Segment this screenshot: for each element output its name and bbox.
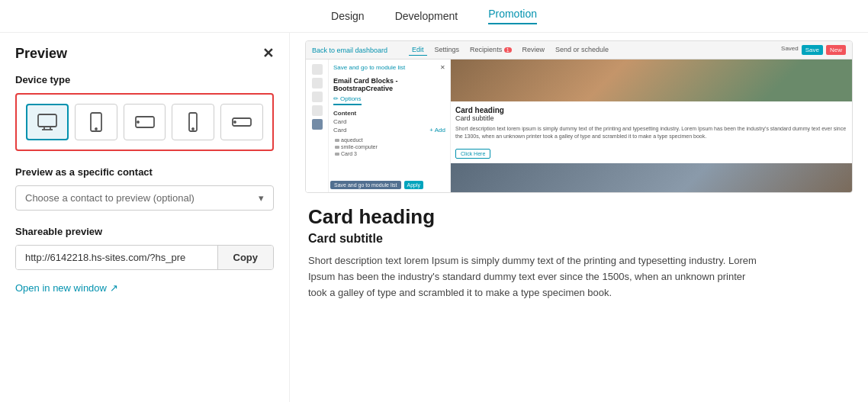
mini-card-item-2: smile-computer <box>333 143 445 150</box>
mini-sidebar-icon-3 <box>312 92 323 102</box>
mini-panel-close[interactable]: ✕ <box>440 64 445 71</box>
mini-preview-heading: Card heading <box>455 106 847 114</box>
top-navigation: Design Development Promotion <box>0 0 868 33</box>
svg-point-7 <box>137 121 139 123</box>
right-panel: Back to email dashboard Edit Settings Re… <box>290 33 868 402</box>
mini-apply-button[interactable]: Apply <box>404 181 424 189</box>
mini-sidebar-icon-1 <box>312 64 323 75</box>
mini-save-go-button[interactable]: Save and go to module list <box>330 181 401 189</box>
panel-header: Preview ✕ <box>15 45 274 62</box>
device-tablet-landscape[interactable] <box>124 104 166 140</box>
mini-sidebar-icon-4 <box>312 105 323 116</box>
mini-card-sublabel: Card <box>333 127 346 133</box>
mini-sidebar-icon-2 <box>312 78 323 88</box>
device-type-label: Device type <box>15 74 274 85</box>
device-mobile-landscape[interactable] <box>220 104 263 140</box>
mini-back-link[interactable]: Back to email dashboard <box>312 47 387 54</box>
shareable-url-input[interactable] <box>16 246 217 269</box>
device-tablet-portrait[interactable] <box>75 104 117 140</box>
mini-save-module-link[interactable]: Save and go to module list <box>333 64 405 71</box>
preview-main-body: Short description text lorem Ipsum is si… <box>308 253 766 301</box>
mini-card-content: Card heading Card subtitle Short descrip… <box>451 101 852 163</box>
mini-browser-bar: Back to email dashboard Edit Settings Re… <box>306 41 852 59</box>
contact-label: Preview as a specific contact <box>15 166 274 178</box>
mini-browser-preview: Back to email dashboard Edit Settings Re… <box>305 40 853 193</box>
mini-tab-review[interactable]: Review <box>519 44 548 56</box>
mini-bottom-image <box>451 163 852 193</box>
mini-main-preview: Card heading Card subtitle Short descrip… <box>451 59 852 193</box>
contact-dropdown-placeholder: Choose a contact to preview (optional) <box>25 192 194 204</box>
mini-tab-send[interactable]: Send or schedule <box>552 44 612 56</box>
mini-sidebar-icon-ab <box>312 119 323 130</box>
nav-design[interactable]: Design <box>331 10 365 22</box>
nav-development[interactable]: Development <box>395 10 458 22</box>
mini-sidebar <box>306 59 329 193</box>
shareable-input-row: Copy <box>15 245 274 270</box>
shareable-section: Shareable preview Copy <box>15 226 274 270</box>
device-mobile-portrait[interactable] <box>172 104 214 140</box>
svg-rect-0 <box>38 114 56 127</box>
mini-new-button[interactable]: New <box>826 45 846 55</box>
mini-content-label: Content <box>333 110 445 117</box>
mini-tab-edit[interactable]: Edit <box>409 44 427 56</box>
copy-button[interactable]: Copy <box>217 246 274 269</box>
preview-main-heading: Card heading <box>308 205 850 229</box>
device-type-section: Device type <box>15 74 274 151</box>
mini-browser-body: Save and go to module list ✕ Email Card … <box>306 59 852 193</box>
mini-card-item-1: aqueduct <box>333 137 445 143</box>
panel-title: Preview <box>15 46 67 62</box>
device-type-selector <box>15 93 274 151</box>
mini-actions: Saved Save New <box>781 45 846 55</box>
svg-point-5 <box>95 128 97 130</box>
mini-hero-image <box>451 59 852 101</box>
contact-dropdown[interactable]: Choose a contact to preview (optional) ▾ <box>15 185 274 211</box>
contact-section: Preview as a specific contact Choose a c… <box>15 166 274 211</box>
mini-card-item-3: Card 3 <box>333 150 445 157</box>
shareable-label: Shareable preview <box>15 226 274 237</box>
external-link-icon: ↗ <box>110 282 118 294</box>
mini-options-tab[interactable]: ✏ Options <box>333 95 362 105</box>
mini-add-link[interactable]: + Add <box>429 127 445 133</box>
main-content: Preview ✕ Device type <box>0 33 868 402</box>
mini-tab-recipients[interactable]: Recipients 1 <box>467 44 514 56</box>
mini-save-button[interactable]: Save <box>802 45 823 55</box>
open-link-text: Open in new window <box>15 282 107 294</box>
mini-preview-subtitle: Card subtitle <box>455 114 847 122</box>
mini-editor-panel: Save and go to module list ✕ Email Card … <box>329 59 451 193</box>
svg-point-11 <box>234 121 236 123</box>
nav-promotion[interactable]: Promotion <box>488 8 537 24</box>
device-desktop[interactable] <box>26 104 69 140</box>
preview-content: Card heading Card subtitle Short descrip… <box>305 205 853 301</box>
preview-main-subheading: Card subtitle <box>308 232 850 246</box>
preview-panel: Preview ✕ Device type <box>0 33 290 402</box>
mini-module-title: Email Card Blocks - BootstrapCreative <box>333 77 445 92</box>
mini-tabs: Edit Settings Recipients 1 Review Send o… <box>409 44 612 56</box>
mini-preview-text: Short description text lorem ipsum is si… <box>455 125 847 140</box>
svg-point-9 <box>192 128 194 130</box>
pencil-icon: ✏ <box>333 95 339 102</box>
mini-saved-label: Saved <box>781 45 799 55</box>
mini-card-label: Card <box>333 118 445 125</box>
close-button[interactable]: ✕ <box>262 45 274 62</box>
mini-cta-button[interactable]: Click Here <box>455 149 490 159</box>
dropdown-arrow-icon: ▾ <box>259 192 264 204</box>
mini-tab-settings[interactable]: Settings <box>432 44 463 56</box>
open-in-new-window-link[interactable]: Open in new window ↗ <box>15 282 274 294</box>
